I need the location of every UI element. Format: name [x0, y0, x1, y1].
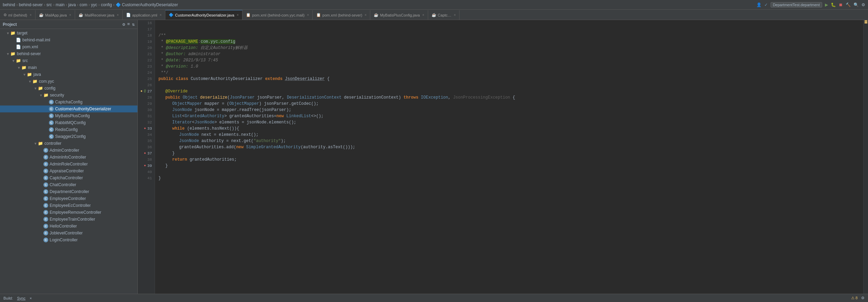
line-num-22: 22 — [138, 57, 155, 63]
tree-item-employeeremovecontroller[interactable]: C EmployeeRemoveController — [0, 209, 137, 216]
status-bar: Build: Sync × ⚠ 8 ⚙ — [0, 294, 868, 302]
sidebar-list-icon[interactable]: ≡ — [127, 22, 130, 27]
line-num-28: 28 — [138, 94, 155, 101]
line-gutter: 16 17 18 19 20 21 22 23 24 25 26 ● @ 27 … — [138, 20, 155, 294]
build-icon[interactable]: 🔨 — [846, 2, 851, 7]
tree-item-com-yyc[interactable]: ▼ 📁 com.yyc — [0, 78, 137, 85]
search-icon[interactable]: 🔍 — [854, 2, 859, 7]
line-num-26: 26 — [138, 82, 155, 88]
warning-marker — [865, 20, 867, 22]
tree-item-admininfocontroller[interactable]: C AdminInfoController — [0, 154, 137, 161]
code-line-29: ObjectMapper mapper = (ObjectMapper) jso… — [158, 101, 863, 107]
tree-item-security[interactable]: ▼ 📁 security — [0, 92, 137, 99]
breadcrumb: behind › behind-sever › src › main › jav… — [3, 2, 178, 7]
sidebar-filter-icon[interactable]: ⇅ — [132, 22, 135, 27]
tree-item-target[interactable]: ▼ 📁 target — [0, 30, 137, 37]
line-num-20: 20 — [138, 45, 155, 51]
code-line-32: Iterator<JsonNode> elements = jsonNode.e… — [158, 119, 863, 125]
tab-mailreceiver[interactable]: ☕ MailReceiver.java × — [75, 10, 123, 20]
tab-mailapp[interactable]: ☕ MailApp.java × — [35, 10, 75, 20]
status-right: ⚠ 8 ⚙ — [851, 296, 865, 300]
tree-container: ▼ 📁 target 📄 behind-mail.iml 📄 pom.xml ▼ — [0, 29, 137, 294]
tab-ml[interactable]: ⚙ ml (behind) × — [0, 10, 35, 20]
tree-item-captchacontroller[interactable]: C CaptchaController — [0, 174, 137, 181]
line-num-36: 36 — [138, 144, 155, 150]
code-line-39: } — [158, 163, 863, 169]
settings-icon[interactable]: ⚙ — [861, 2, 865, 7]
tab-applicationyml[interactable]: 📄 application.yml × — [123, 10, 166, 20]
code-content[interactable]: /** * @PACKAGE_NAME:com.yyc.config * @de… — [155, 20, 863, 294]
line-num-31: 31 — [138, 113, 155, 119]
tree-item-java[interactable]: ▼ 📁 java — [0, 71, 137, 78]
code-line-30: JsonNode jsonNode = mapper.readTree(json… — [158, 107, 863, 113]
line-num-30: 30 — [138, 107, 155, 113]
tab-mybatisconfig[interactable]: ☕ MyBatisPlusConfig.java × — [370, 10, 428, 20]
tree-item-rabbitmqconfig[interactable]: C RabbitMQConfig — [0, 119, 137, 126]
title-bar: behind › behind-sever › src › main › jav… — [0, 0, 868, 10]
tree-item-employeecontroller[interactable]: C EmployeeController — [0, 195, 137, 202]
line-num-17: 17 — [138, 26, 155, 32]
code-line-27: @Override — [158, 88, 863, 94]
tree-item-redisconfig[interactable]: C RedisConfig — [0, 126, 137, 133]
tab-captcha[interactable]: ☕ Captc… × — [428, 10, 460, 20]
code-line-31: List<GrantedAuthority> grantedAuthoritie… — [158, 113, 863, 119]
tree-item-controller[interactable]: ▼ 📁 controller — [0, 140, 137, 147]
tree-item-chatcontroller[interactable]: C ChatController — [0, 181, 137, 188]
build-label: Build: — [3, 296, 13, 300]
tree-item-main[interactable]: ▼ 📁 main — [0, 64, 137, 71]
tree-item-src[interactable]: ▼ 📁 src — [0, 57, 137, 64]
code-line-19: * @PACKAGE_NAME:com.yyc.config — [158, 39, 863, 45]
tree-item-customerauthority[interactable]: C CustomerAuthorityDeserializer — [0, 105, 137, 112]
tab-pommail[interactable]: 📋 pom.xml (behind-com.yyc.mail) × — [242, 10, 313, 20]
line-num-40: 40 — [138, 169, 155, 175]
tab-customerauth[interactable]: 🔷 CustomerAuthorityDeserializer.java × — [165, 10, 242, 20]
warning-count[interactable]: ⚠ 8 — [851, 296, 858, 300]
code-line-36: grantedAuthorities.add(new SimpleGranted… — [158, 144, 863, 150]
code-line-33: while (elements.hasNext()){ — [158, 125, 863, 132]
tree-item-captchaconfig[interactable]: C CaptchaConfig — [0, 99, 137, 105]
stop-icon[interactable]: ⏹ — [839, 2, 843, 7]
tree-item-mybatisplusconfig[interactable]: C MyBatisPlusConfig — [0, 112, 137, 119]
tree-item-employeetraincontroller[interactable]: C EmployeeTrainController — [0, 216, 137, 223]
settings-gear-icon[interactable]: ⚙ — [861, 296, 865, 300]
tree-item-departmentcontroller[interactable]: C DepartmentController — [0, 188, 137, 195]
code-line-28: public Object deserialize(JsonParser jso… — [158, 94, 863, 101]
debug-icon[interactable]: 🐛 — [831, 2, 836, 7]
sync-label[interactable]: Sync — [17, 296, 25, 300]
code-line-20: * @description: 自定义Authority解析器 — [158, 45, 863, 51]
run-icon[interactable]: ▶ — [825, 2, 828, 7]
tree-item-behindmail-iml[interactable]: 📄 behind-mail.iml — [0, 37, 137, 43]
code-editor[interactable]: 16 17 18 19 20 21 22 23 24 25 26 ● @ 27 … — [138, 20, 868, 294]
tree-item-employeeeccontroller[interactable]: C EmployeeEcController — [0, 202, 137, 209]
line-num-16: 16 — [138, 20, 155, 26]
line-num-34: 34 — [138, 132, 155, 138]
sidebar-settings-icon[interactable]: ⚙ — [123, 22, 125, 27]
sidebar-title: Project — [3, 22, 17, 27]
tab-bar: ⚙ ml (behind) × ☕ MailApp.java × ☕ MailR… — [0, 10, 868, 20]
line-num-23: 23 — [138, 63, 155, 70]
line-num-24: 24 — [138, 70, 155, 76]
line-num-33: ● 33 — [138, 125, 155, 132]
tree-item-logincontroller[interactable]: C LoginController — [0, 236, 137, 243]
code-line-40 — [158, 169, 863, 175]
tree-item-swagger2config[interactable]: C Swagger2Config — [0, 133, 137, 140]
tree-item-behind-sever[interactable]: ▼ 📁 behind-sever — [0, 50, 137, 57]
tree-item-appraisecontroller[interactable]: C AppraiseController — [0, 168, 137, 174]
line-num-41: 41 — [138, 175, 155, 181]
user-icon[interactable]: 👤 — [756, 2, 762, 7]
sidebar-header: Project ⚙ ≡ ⇅ — [0, 20, 137, 29]
code-line-38: return grantedAuthorities; — [158, 157, 863, 163]
tree-item-hellocontroller[interactable]: C HelloController — [0, 223, 137, 230]
line-num-18: 18 — [138, 32, 155, 39]
tree-item-joblevelcontroller[interactable]: C JoblevelController — [0, 230, 137, 236]
line-num-39: ● 39 — [138, 163, 155, 169]
code-line-22: * @date: 2021/9/13 7:45 — [158, 57, 863, 63]
tab-pomsever[interactable]: 📋 pom.xml (behind-sever) × — [313, 10, 370, 20]
sidebar-tools: ⚙ ≡ ⇅ — [123, 22, 135, 27]
tree-item-adminrolecontroller[interactable]: C AdminRoleController — [0, 161, 137, 168]
tree-item-pom-xml-1[interactable]: 📄 pom.xml — [0, 43, 137, 50]
vcs-icon[interactable]: ✓ — [764, 2, 768, 7]
run-config[interactable]: DepartmentTest.department — [771, 2, 822, 8]
tree-item-admincontroller[interactable]: C AdminController — [0, 147, 137, 154]
tree-item-config[interactable]: ▼ 📁 config — [0, 85, 137, 92]
